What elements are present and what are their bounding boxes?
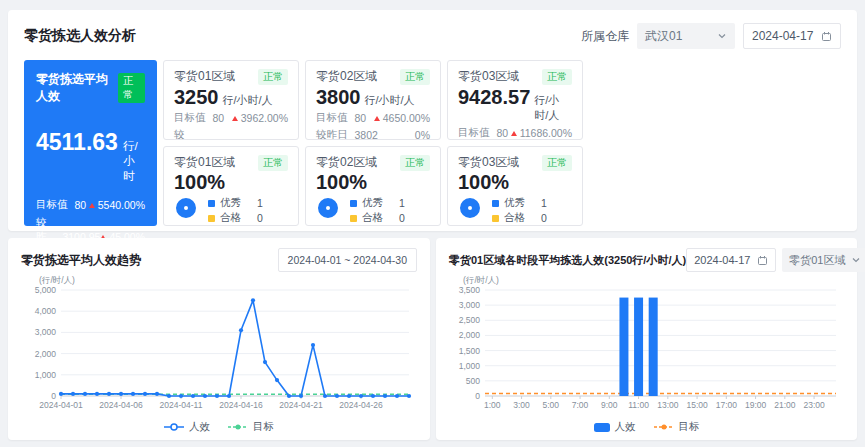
warehouse-select[interactable]: 武汉01 (637, 23, 735, 49)
svg-text:(行/时/人): (行/时/人) (463, 275, 499, 285)
legend-label: 人效 (189, 420, 210, 434)
svg-text:2024-04-21: 2024-04-21 (279, 400, 323, 410)
legend-swatch (350, 215, 357, 222)
svg-text:1,000: 1,000 (459, 361, 481, 371)
status-badge: 正常 (258, 69, 288, 85)
svg-text:2024-04-11: 2024-04-11 (160, 400, 203, 410)
hourly-date-picker[interactable]: 2024-04-17 (686, 248, 776, 272)
svg-text:23:00: 23:00 (803, 400, 825, 410)
legend-item-mubiao[interactable]: 目标 (228, 420, 274, 434)
warehouse-label: 所属仓库 (581, 28, 629, 45)
cards-area: 零货拣选平均人效 正常 4511.63 行/小时 目标值 80 5540.00%… (8, 49, 857, 226)
summary-card: 零货拣选平均人效 正常 4511.63 行/小时 目标值 80 5540.00%… (24, 60, 157, 226)
svg-text:13:00: 13:00 (657, 400, 679, 410)
zone-card-title: 零货01区域 (174, 68, 235, 85)
hourly-bar-chart[interactable]: 05001,0001,5002,0002,5003,0003,500(行/时/人… (449, 274, 844, 416)
hourly-legend: 人效 目标 (436, 420, 857, 434)
svg-text:3:00: 3:00 (513, 400, 530, 410)
legend-count: 1 (399, 197, 405, 209)
svg-text:2024-04-26: 2024-04-26 (339, 400, 383, 410)
trend-line-chart[interactable]: 01,0002,0003,0004,0005,000(行/时/人)2024-04… (21, 274, 417, 416)
legend-swatch (492, 200, 499, 207)
legend-item-renxiao[interactable]: 人效 (164, 420, 210, 434)
target-pct: 3962.00% (241, 112, 288, 124)
hourly-panel: 零货01区域各时段平均拣选人效(3250行/小时/人) 2024-04-17 零… (436, 238, 857, 440)
hourly-date-value: 2024-04-17 (694, 254, 750, 266)
svg-text:1,500: 1,500 (459, 346, 481, 356)
up-arrow-icon (511, 131, 517, 136)
trend-legend: 人效 目标 (8, 420, 430, 434)
hourly-zone-select[interactable]: 零货01区域 (782, 248, 865, 272)
target-value: 80 (497, 127, 509, 139)
date-range-value: 2024-04-01 ~ 2024-04-30 (288, 254, 407, 266)
yesterday-row: 较昨日 1474.44 120.00% (174, 128, 288, 140)
target-row: 目标值 80 11686.00% (458, 126, 572, 140)
date-range-picker[interactable]: 2024-04-01 ~ 2024-04-30 (278, 248, 417, 272)
legend-label: 优秀 (504, 196, 541, 210)
date-picker[interactable]: 2024-04-17 (743, 23, 841, 49)
legend-count: 0 (257, 212, 263, 224)
summary-unit: 行/小时 (123, 139, 145, 184)
zone-value: 9428.57 (458, 86, 530, 108)
up-arrow-icon (89, 203, 95, 208)
yesterday-label: 较昨日 (174, 128, 193, 140)
rate-value: 100% (458, 171, 572, 193)
summary-card-title: 零货拣选平均人效 (36, 71, 118, 105)
rate-value: 100% (174, 171, 288, 193)
target-row: 目标值 80 3962.00% (174, 111, 288, 125)
legend-count: 0 (399, 212, 405, 224)
hourly-zone-value: 零货01区域 (789, 253, 845, 268)
svg-text:17:00: 17:00 (716, 400, 738, 410)
status-badge: 正常 (258, 155, 288, 171)
target-row: 目标值 80 4650.00% (316, 111, 430, 125)
target-value: 80 (75, 199, 87, 211)
yesterday-row: 较昨日 3802 0% (316, 128, 430, 140)
yesterday-pct: 0% (415, 129, 430, 140)
page-title: 零货拣选人效分析 (24, 27, 136, 45)
donut-chart (460, 198, 480, 218)
trend-title: 零货拣选平均人效趋势 (21, 252, 141, 269)
target-label: 目标值 (316, 111, 348, 125)
yesterday-label: 较昨日 (316, 128, 348, 140)
legend-count: 1 (257, 197, 263, 209)
svg-text:11:00: 11:00 (628, 400, 649, 410)
legend-label: 合格 (504, 211, 541, 225)
legend-swatch (208, 200, 215, 207)
target-label: 目标值 (174, 111, 206, 125)
bar-marker-icon (594, 423, 610, 432)
zone-card-title: 零货03区域 (458, 68, 519, 85)
yesterday-value: 3802 (355, 129, 378, 140)
target-value: 80 (213, 112, 225, 124)
legend-label: 人效 (615, 420, 636, 434)
dashed-marker-icon (654, 422, 674, 432)
legend-label: 合格 (220, 211, 257, 225)
legend-item-mubiao[interactable]: 目标 (654, 420, 700, 434)
legend-item-excellent: 优秀1 (350, 196, 405, 210)
zone-card-03: 零货03区域 正常 9428.57 行/小时/人 目标值 80 11686.00… (447, 60, 583, 140)
legend-item-renxiao[interactable]: 人效 (594, 420, 636, 434)
rate-card-02: 零货02区域 正常 100% 优秀1 合格0 不合格0 (305, 146, 441, 226)
overview-panel: 零货拣选人效分析 所属仓库 武汉01 2024-04-17 零货拣选平均人效 正… (8, 10, 857, 231)
svg-text:3,000: 3,000 (35, 327, 57, 337)
status-badge: 正常 (542, 155, 572, 171)
rate-card-title: 零货01区域 (174, 154, 235, 171)
zone-cards-grid: 零货01区域 正常 3250 行/小时/人 目标值 80 3962.00% 较昨… (163, 60, 583, 226)
zone-value: 3800 (316, 86, 361, 108)
header-controls: 所属仓库 武汉01 2024-04-17 (581, 23, 841, 49)
svg-text:2,000: 2,000 (459, 330, 481, 340)
svg-text:2024-04-06: 2024-04-06 (99, 400, 143, 410)
legend-label: 优秀 (362, 196, 399, 210)
zone-card-title: 零货02区域 (316, 68, 377, 85)
legend-label: 优秀 (220, 196, 257, 210)
zone-card-02: 零货02区域 正常 3800 行/小时/人 目标值 80 4650.00% 较昨… (305, 60, 441, 140)
up-arrow-icon (232, 116, 238, 121)
hourly-title: 零货01区域各时段平均拣选人效(3250行/小时/人) (449, 253, 686, 268)
svg-text:2,000: 2,000 (35, 349, 57, 359)
svg-text:1,000: 1,000 (35, 370, 57, 380)
rate-card-01: 零货01区域 正常 100% 优秀1 合格0 不合格0 (163, 146, 299, 226)
svg-text:9:00: 9:00 (601, 400, 618, 410)
date-picker-value: 2024-04-17 (752, 29, 813, 43)
legend-label: 目标 (679, 420, 700, 434)
chevron-down-icon (717, 31, 727, 41)
legend-label: 目标 (253, 420, 274, 434)
